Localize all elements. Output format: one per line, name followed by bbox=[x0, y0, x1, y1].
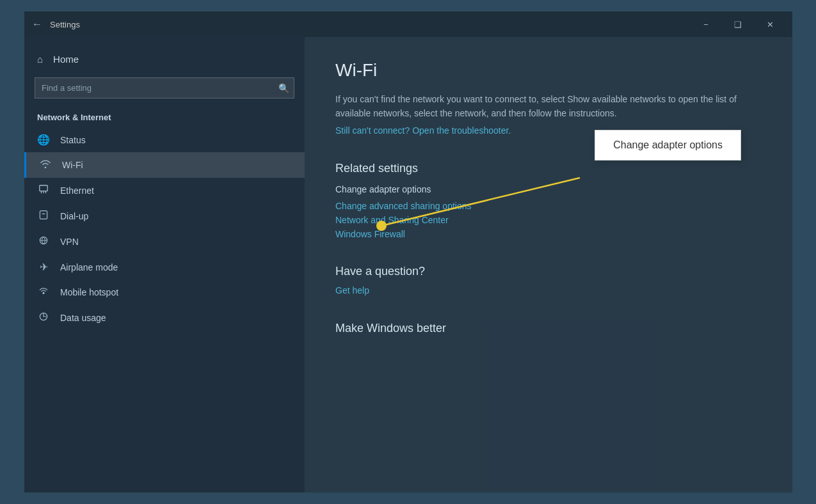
search-input[interactable] bbox=[35, 77, 294, 98]
maximize-button[interactable]: ❑ bbox=[723, 14, 753, 35]
search-container: 🔍 bbox=[35, 77, 294, 98]
sidebar-item-status[interactable]: 🌐 Status bbox=[24, 127, 305, 152]
sidebar-item-data[interactable]: Data usage bbox=[24, 305, 305, 331]
page-title: Wi-Fi bbox=[335, 60, 762, 81]
sidebar-item-dialup[interactable]: Dial-up bbox=[24, 203, 305, 229]
settings-window: ← Settings − ❑ ✕ ⌂ Home 🔍 Network & Inte… bbox=[24, 12, 792, 492]
sidebar-item-airplane[interactable]: ✈ Airplane mode bbox=[24, 255, 305, 280]
change-sharing-link[interactable]: Change advanced sharing options bbox=[335, 201, 762, 211]
content-area: ⌂ Home 🔍 Network & Internet 🌐 Status bbox=[24, 37, 792, 492]
svg-point-8 bbox=[42, 292, 44, 294]
sidebar-item-label: VPN bbox=[60, 237, 79, 247]
description-text: If you can't find the network you want t… bbox=[335, 92, 762, 121]
troubleshoot-link[interactable]: Still can't connect? Open the troublesho… bbox=[335, 125, 511, 136]
sidebar-item-label: Airplane mode bbox=[60, 262, 118, 272]
related-settings-heading: Related settings bbox=[335, 162, 762, 175]
window-title: Settings bbox=[50, 20, 691, 29]
sidebar-item-ethernet[interactable]: Ethernet bbox=[24, 178, 305, 203]
wifi-icon bbox=[39, 159, 52, 171]
svg-rect-4 bbox=[40, 211, 47, 219]
sidebar-item-label: Ethernet bbox=[60, 185, 94, 196]
network-sharing-link[interactable]: Network and Sharing Center bbox=[335, 215, 762, 225]
sidebar-item-wifi[interactable]: Wi-Fi bbox=[24, 152, 305, 178]
airplane-icon: ✈ bbox=[37, 261, 50, 273]
window-controls: − ❑ ✕ bbox=[691, 14, 785, 35]
titlebar: ← Settings − ❑ ✕ bbox=[24, 12, 792, 37]
sidebar: ⌂ Home 🔍 Network & Internet 🌐 Status bbox=[24, 37, 305, 492]
sidebar-item-home[interactable]: ⌂ Home bbox=[24, 47, 305, 71]
make-better-heading: Make Windows better bbox=[335, 322, 762, 335]
svg-rect-0 bbox=[40, 185, 47, 191]
change-adapter-text[interactable]: Change adapter options bbox=[335, 184, 762, 194]
search-icon-button[interactable]: 🔍 bbox=[278, 83, 289, 93]
sidebar-item-vpn[interactable]: VPN bbox=[24, 229, 305, 255]
back-button[interactable]: ← bbox=[32, 19, 42, 30]
sidebar-item-label: Wi-Fi bbox=[62, 160, 83, 170]
vpn-icon bbox=[37, 235, 50, 248]
sidebar-item-label: Mobile hotspot bbox=[60, 287, 118, 297]
sidebar-item-label: Status bbox=[60, 135, 86, 145]
home-label: Home bbox=[53, 54, 79, 65]
minimize-button[interactable]: − bbox=[691, 14, 721, 35]
sidebar-item-label: Data usage bbox=[60, 313, 106, 323]
ethernet-icon bbox=[37, 184, 50, 197]
data-icon bbox=[37, 311, 50, 324]
sidebar-item-hotspot[interactable]: Mobile hotspot bbox=[24, 280, 305, 305]
dialup-icon bbox=[37, 210, 50, 223]
home-icon: ⌂ bbox=[37, 54, 43, 65]
callout-label: Change adapter options bbox=[613, 139, 723, 150]
callout-box: Change adapter options bbox=[595, 130, 741, 161]
firewall-link[interactable]: Windows Firewall bbox=[335, 229, 762, 239]
hotspot-icon bbox=[37, 286, 50, 299]
sidebar-section-title: Network & Internet bbox=[24, 105, 305, 127]
main-content: Wi-Fi If you can't find the network you … bbox=[305, 37, 792, 492]
status-icon: 🌐 bbox=[37, 134, 50, 146]
close-button[interactable]: ✕ bbox=[755, 14, 785, 35]
get-help-link[interactable]: Get help bbox=[335, 285, 369, 295]
sidebar-item-label: Dial-up bbox=[60, 211, 88, 221]
qa-heading: Have a question? bbox=[335, 265, 762, 278]
